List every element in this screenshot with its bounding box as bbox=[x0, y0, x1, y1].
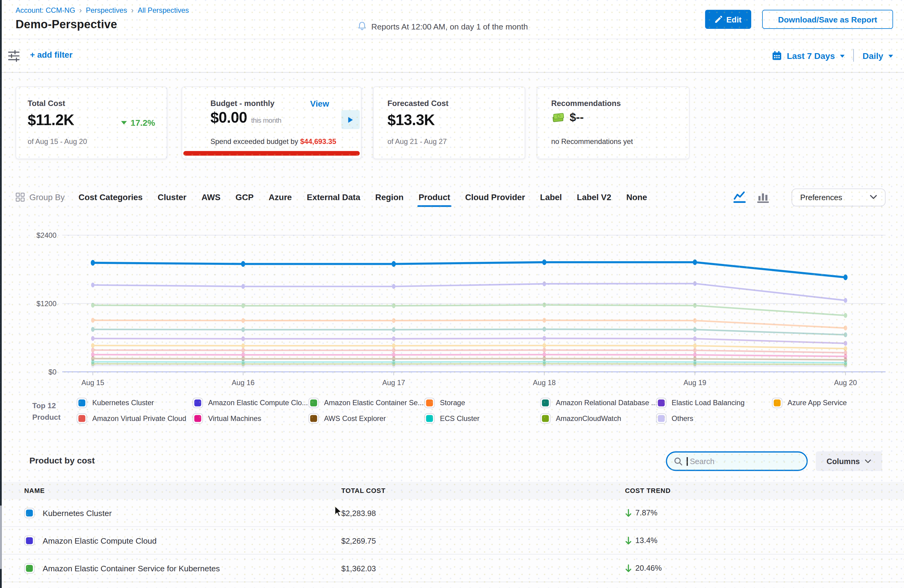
header-name[interactable]: NAME bbox=[0, 487, 341, 494]
tab-cost-categories[interactable]: Cost Categories bbox=[79, 193, 143, 202]
data-point-marker[interactable] bbox=[693, 281, 697, 286]
data-point-marker[interactable] bbox=[542, 318, 546, 323]
data-point-marker[interactable] bbox=[844, 326, 847, 330]
data-point-marker[interactable] bbox=[91, 336, 95, 341]
data-point-marker[interactable] bbox=[542, 259, 547, 265]
legend-item-amazon-elastic-compute-clo[interactable]: Amazon Elastic Compute Clo... bbox=[193, 398, 308, 408]
data-point-marker[interactable] bbox=[844, 350, 847, 355]
data-point-marker[interactable] bbox=[542, 348, 546, 352]
data-point-marker[interactable] bbox=[392, 303, 395, 308]
data-point-marker[interactable] bbox=[542, 352, 546, 357]
data-point-marker[interactable] bbox=[392, 284, 395, 289]
tab-azure[interactable]: Azure bbox=[269, 193, 292, 202]
data-point-marker[interactable] bbox=[844, 275, 848, 280]
legend-item-azure-app-service[interactable]: Azure App Service bbox=[772, 398, 888, 408]
data-point-marker[interactable] bbox=[392, 352, 395, 357]
scrollbar-thumb[interactable] bbox=[0, 506, 2, 569]
data-point-marker[interactable] bbox=[91, 327, 95, 332]
series-amazon-elastic-compute-cloud[interactable] bbox=[91, 281, 847, 303]
data-point-marker[interactable] bbox=[242, 303, 245, 308]
data-point-marker[interactable] bbox=[242, 284, 245, 289]
legend-item-aws-cost-explorer[interactable]: AWS Cost Explorer bbox=[308, 413, 424, 424]
search-input[interactable] bbox=[689, 456, 787, 466]
date-range-caret-icon[interactable] bbox=[840, 54, 845, 57]
tab-none[interactable]: None bbox=[626, 193, 647, 202]
tab-cloud-provider[interactable]: Cloud Provider bbox=[465, 193, 525, 202]
data-point-marker[interactable] bbox=[242, 327, 245, 332]
data-point-marker[interactable] bbox=[542, 343, 546, 348]
data-point-marker[interactable] bbox=[844, 346, 847, 351]
data-point-marker[interactable] bbox=[693, 336, 697, 341]
data-point-marker[interactable] bbox=[242, 336, 245, 341]
data-point-marker[interactable] bbox=[91, 303, 95, 308]
tab-cluster[interactable]: Cluster bbox=[158, 193, 186, 202]
data-point-marker[interactable] bbox=[844, 298, 847, 303]
data-point-marker[interactable] bbox=[693, 352, 697, 357]
series-amazon-elastic-container-service-for-kubernetes[interactable] bbox=[91, 302, 847, 318]
series-virtual-machines[interactable] bbox=[91, 352, 847, 359]
download-save-report-button[interactable]: Download/Save as Report bbox=[762, 10, 893, 29]
header-total-cost[interactable]: TOTAL COST bbox=[341, 487, 625, 494]
data-point-marker[interactable] bbox=[242, 343, 245, 348]
data-point-marker[interactable] bbox=[392, 327, 395, 332]
data-point-marker[interactable] bbox=[844, 313, 847, 318]
tab-label[interactable]: Label bbox=[540, 193, 562, 202]
table-row-kubernetes-cluster[interactable]: Kubernetes Cluster$2,283.987.87% bbox=[0, 499, 904, 527]
data-point-marker[interactable] bbox=[242, 352, 245, 357]
series-amazon-relational-database-service[interactable] bbox=[91, 327, 847, 337]
data-point-marker[interactable] bbox=[91, 283, 95, 287]
series-storage[interactable] bbox=[91, 318, 847, 330]
breadcrumb-link-perspectives[interactable]: Perspectives bbox=[86, 6, 127, 14]
filter-sliders-icon[interactable] bbox=[7, 49, 21, 63]
data-point-marker[interactable] bbox=[693, 259, 697, 265]
data-point-marker[interactable] bbox=[844, 332, 847, 337]
line-chart-icon[interactable] bbox=[733, 191, 748, 203]
legend-item-others[interactable]: Others bbox=[656, 413, 772, 424]
tab-aws[interactable]: AWS bbox=[201, 193, 221, 202]
data-point-marker[interactable] bbox=[392, 336, 395, 341]
data-point-marker[interactable] bbox=[542, 302, 546, 307]
data-point-marker[interactable] bbox=[91, 348, 95, 352]
legend-item-kubernetes-cluster[interactable]: Kubernetes Cluster bbox=[77, 398, 192, 408]
legend-item-virtual-machines[interactable]: Virtual Machines bbox=[193, 413, 308, 424]
data-point-marker[interactable] bbox=[242, 348, 245, 352]
cost-chart-svg[interactable]: $2400$1200$0Aug 15Aug 16Aug 17Aug 18Aug … bbox=[17, 226, 888, 394]
data-point-marker[interactable] bbox=[392, 348, 395, 352]
budget-expand-button[interactable] bbox=[341, 110, 360, 130]
data-point-marker[interactable] bbox=[542, 336, 546, 341]
table-row-amazon-elastic-compute-cloud[interactable]: Amazon Elastic Compute Cloud$2,269.7513.… bbox=[0, 527, 904, 555]
legend-item-amazon-virtual-private-cloud[interactable]: Amazon Virtual Private Cloud bbox=[77, 413, 192, 424]
legend-item-amazon-relational-database[interactable]: Amazon Relational Database ... bbox=[540, 398, 656, 408]
data-point-marker[interactable] bbox=[91, 260, 95, 266]
granularity-selector[interactable]: Daily bbox=[863, 51, 883, 60]
data-point-marker[interactable] bbox=[542, 327, 546, 332]
table-row-amazon-elastic-container-service-for-kubernetes[interactable]: Amazon Elastic Container Service for Kub… bbox=[0, 555, 904, 582]
data-point-marker[interactable] bbox=[693, 318, 697, 323]
data-point-marker[interactable] bbox=[542, 281, 546, 286]
legend-item-elastic-load-balancing[interactable]: Elastic Load Balancing bbox=[656, 398, 772, 408]
add-filter-button[interactable]: + add filter bbox=[30, 50, 73, 59]
series-kubernetes-cluster[interactable] bbox=[91, 259, 847, 280]
legend-item-storage[interactable]: Storage bbox=[424, 398, 540, 408]
data-point-marker[interactable] bbox=[91, 343, 95, 348]
granularity-caret-icon[interactable] bbox=[888, 54, 893, 57]
tab-external-data[interactable]: External Data bbox=[307, 193, 360, 202]
data-point-marker[interactable] bbox=[242, 318, 245, 323]
data-point-marker[interactable] bbox=[392, 343, 395, 348]
legend-item-amazoncloudwatch[interactable]: AmazonCloudWatch bbox=[540, 413, 656, 424]
data-point-marker[interactable] bbox=[693, 348, 697, 352]
breadcrumb-link-all-perspectives[interactable]: All Perspectives bbox=[137, 6, 189, 14]
header-cost-trend[interactable]: COST TREND bbox=[625, 487, 904, 494]
data-point-marker[interactable] bbox=[693, 343, 697, 348]
data-point-marker[interactable] bbox=[392, 318, 395, 323]
data-point-marker[interactable] bbox=[693, 303, 697, 308]
data-point-marker[interactable] bbox=[91, 352, 95, 357]
data-point-marker[interactable] bbox=[91, 318, 95, 323]
date-range-selector[interactable]: Last 7 Days bbox=[787, 51, 835, 60]
data-point-marker[interactable] bbox=[844, 341, 847, 346]
preferences-dropdown[interactable]: Preferences bbox=[792, 188, 885, 206]
tab-label-v2[interactable]: Label V2 bbox=[577, 193, 611, 202]
columns-dropdown[interactable]: Columns bbox=[816, 451, 882, 471]
search-box[interactable] bbox=[666, 451, 808, 471]
tab-gcp[interactable]: GCP bbox=[235, 193, 254, 202]
